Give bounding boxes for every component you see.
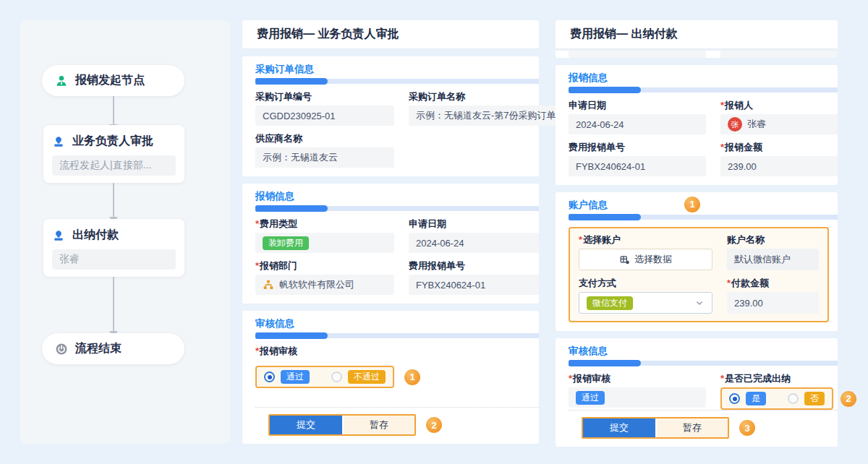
pay-expense-no-input[interactable]: FYBX240624-01 <box>569 156 706 176</box>
person-name: 张睿 <box>747 118 766 131</box>
required-mark: * <box>727 278 731 288</box>
flow-arrow <box>113 96 114 125</box>
approval-footer: 提交 暂存 2 <box>255 407 539 444</box>
review-section-title: 审核信息 <box>255 318 539 330</box>
payment-form-panel: 费用报销— 出纳付款 报销信息 申请日期 2024-06-24 *报销人 张 张… <box>556 20 838 444</box>
required-mark: * <box>720 100 724 111</box>
account-section-title: 账户信息 1 <box>569 199 838 211</box>
person-input[interactable]: 张 张睿 <box>720 114 838 134</box>
pay-amount-label: 付款金额 <box>731 278 769 288</box>
required-mark: * <box>569 373 572 384</box>
expense-amount-input[interactable]: 239.00 <box>720 156 838 176</box>
account-highlight-box: *选择账户 选择数据 账户名称 默认微信账户 <box>569 227 829 322</box>
select-data-button[interactable]: 选择数据 <box>579 249 712 270</box>
radio-reject[interactable] <box>331 371 342 382</box>
approval-form-panel: 费用报销— 业务负责人审批 采购订单信息 采购订单编号 CGDD230925-0… <box>242 20 539 444</box>
pay-audit-label: 报销审核 <box>573 373 610 384</box>
audit-label: 报销审核 <box>260 345 297 356</box>
payment-review-section: 审核信息 *报销审核 通过 *是否已完成出纳 是 否 <box>556 338 838 447</box>
po-name-input[interactable]: 示例：无锡道友云-第7份采购订单 <box>409 106 563 126</box>
radio-yes[interactable] <box>729 393 740 404</box>
payment-form-header: 费用报销— 出纳付款 <box>556 20 838 49</box>
chevron-down-icon <box>694 298 705 308</box>
payment-expense-title: 报销信息 <box>569 72 838 84</box>
workflow-node-end[interactable]: 流程结束 <box>42 333 184 364</box>
save-draft-button[interactable]: 暂存 <box>655 418 728 437</box>
expense-section-title: 报销信息 <box>255 191 539 202</box>
approver-stamp-icon <box>52 135 65 148</box>
flow-arrow <box>113 183 114 218</box>
account-section: 账户信息 1 *选择账户 选择数据 账户 <box>556 192 838 331</box>
workflow-node-label: 业务负责人审批 <box>72 134 153 149</box>
pay-method-select[interactable]: 微信支付 <box>579 292 712 314</box>
pay-date-label: 申请日期 <box>569 100 706 111</box>
required-mark: * <box>579 234 582 245</box>
section-divider <box>569 87 838 93</box>
scrolled-inputs-sliver <box>556 51 838 58</box>
submit-button[interactable]: 提交 <box>583 418 655 437</box>
section-divider <box>255 333 539 338</box>
required-mark: * <box>255 260 259 271</box>
pass-tag: 通过 <box>281 370 310 384</box>
save-draft-button[interactable]: 暂存 <box>342 416 414 434</box>
supplier-input[interactable]: 示例：无锡道友云 <box>255 147 394 168</box>
audit-radio-group: 通过 不通过 <box>255 366 394 388</box>
footer-button-group: 提交 暂存 <box>268 414 416 436</box>
workflow-node-label: 流程结束 <box>75 341 122 356</box>
expense-dept-label: 报销部门 <box>260 260 297 271</box>
expense-type-label: 费用类型 <box>260 218 297 229</box>
expense-type-input[interactable]: 装卸费用 <box>255 233 394 253</box>
approval-form-header: 费用报销— 业务负责人审批 <box>242 20 539 49</box>
pay-method-tag: 微信支付 <box>587 296 633 310</box>
workflow-panel: 报销发起节点 业务负责人审批 流程发起人|直接部... 出纳付款 张睿 <box>20 20 230 444</box>
apply-date-input[interactable]: 2024-06-24 <box>409 233 539 253</box>
expense-dept-value: 帆软软件有限公司 <box>279 278 354 291</box>
required-mark: * <box>255 345 259 356</box>
cashier-done-radio-group: 是 否 <box>720 387 833 410</box>
yes-tag: 是 <box>746 392 766 405</box>
expense-amount-label: 报销金额 <box>725 142 762 152</box>
section-divider <box>569 215 838 220</box>
workflow-node-cashier-payment[interactable]: 出纳付款 张睿 <box>43 219 184 277</box>
annotation-badge-3: 3 <box>739 420 755 436</box>
pay-method-label: 支付方式 <box>579 278 712 288</box>
approver-stamp-icon <box>52 229 65 242</box>
section-divider <box>569 361 838 366</box>
flow-arrow <box>113 277 114 332</box>
expense-no-input[interactable]: FYBX240624-01 <box>409 275 539 295</box>
power-end-icon <box>55 343 68 356</box>
supplier-label: 供应商名称 <box>255 133 394 144</box>
payment-form-title: 费用报销— 出纳付款 <box>570 27 677 42</box>
pay-date-input[interactable]: 2024-06-24 <box>569 114 706 134</box>
workflow-node-manager-approval[interactable]: 业务负责人审批 流程发起人|直接部... <box>43 125 184 183</box>
purchase-order-section: 采购订单信息 采购订单编号 CGDD230925-01 采购订单名称 示例：无锡… <box>242 56 539 176</box>
pay-audit-tag: 通过 <box>576 391 605 405</box>
payment-expense-section: 报销信息 申请日期 2024-06-24 *报销人 张 张睿 费用报销单号 FY… <box>556 65 838 185</box>
initiator-user-icon <box>55 74 68 87</box>
annotation-badge-1: 1 <box>404 369 420 385</box>
workflow-node-label: 出纳付款 <box>72 228 119 243</box>
approval-form-title: 费用报销— 业务负责人审批 <box>257 27 399 42</box>
po-number-label: 采购订单编号 <box>255 91 394 102</box>
expense-dept-input[interactable]: 帆软软件有限公司 <box>255 275 394 295</box>
department-tree-icon <box>263 279 274 291</box>
annotation-badge-2: 2 <box>426 417 442 433</box>
footer-button-group: 提交 暂存 <box>582 417 729 439</box>
required-mark: * <box>255 218 259 229</box>
workflow-node-assignee: 张睿 <box>52 249 176 270</box>
pay-expense-no-label: 费用报销单号 <box>569 142 706 152</box>
annotation-badge-2: 2 <box>841 391 856 407</box>
required-mark: * <box>720 373 724 384</box>
pay-amount-input[interactable]: 239.00 <box>727 292 819 314</box>
account-name-label: 账户名称 <box>727 234 819 245</box>
workflow-node-start[interactable]: 报销发起节点 <box>42 65 184 96</box>
payment-review-title: 审核信息 <box>569 345 838 357</box>
account-name-input[interactable]: 默认微信账户 <box>727 249 819 270</box>
radio-pass[interactable] <box>264 371 275 382</box>
payment-footer: 提交 暂存 3 <box>569 410 838 447</box>
po-number-input[interactable]: CGDD230925-01 <box>255 106 394 126</box>
submit-button[interactable]: 提交 <box>270 416 342 434</box>
radio-no[interactable] <box>788 393 799 404</box>
pay-audit-input[interactable]: 通过 <box>569 387 706 408</box>
person-avatar: 张 <box>728 117 742 132</box>
